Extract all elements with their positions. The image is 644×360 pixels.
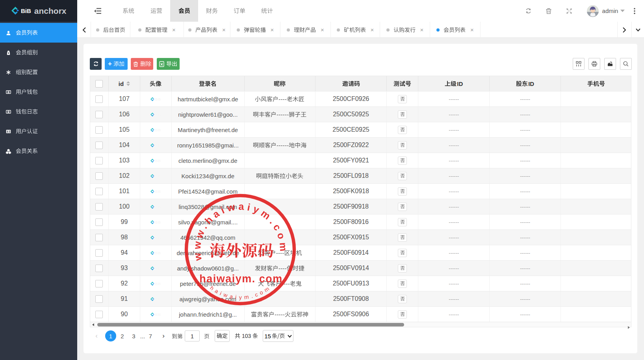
svg-text:BiB: BiB	[155, 267, 161, 270]
svg-text:BiB: BiB	[155, 220, 161, 224]
svg-text:BiB: BiB	[155, 282, 161, 286]
svg-text:BiB: BiB	[155, 159, 161, 163]
svg-text:BiB: BiB	[155, 97, 161, 101]
svg-text:BiB: BiB	[155, 174, 161, 178]
svg-text:BiB: BiB	[155, 190, 161, 194]
svg-text:BiB: BiB	[155, 205, 161, 209]
svg-text:BiB: BiB	[155, 313, 161, 317]
svg-text:BiB: BiB	[155, 128, 161, 132]
svg-text:BiB: BiB	[155, 113, 161, 117]
svg-text:BiB: BiB	[155, 251, 161, 255]
svg-text:haiwaiym. com: haiwaiym. com	[199, 273, 283, 285]
svg-text:BiB: BiB	[155, 236, 161, 240]
svg-text:BiB: BiB	[155, 297, 161, 301]
svg-text:BiB: BiB	[155, 144, 161, 147]
